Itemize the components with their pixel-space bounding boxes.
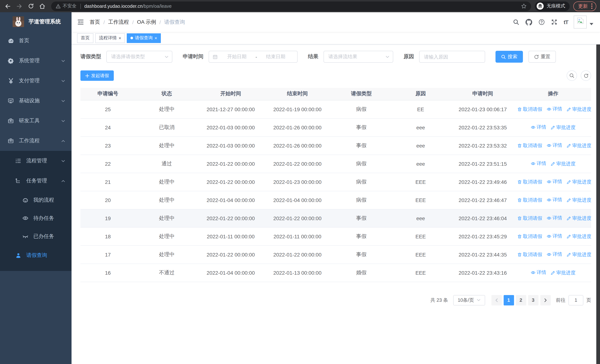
sidebar-item-label: 我的流程	[33, 197, 54, 203]
bookmark-star-icon[interactable]	[521, 3, 527, 9]
sidebar-item-process-mgmt[interactable]: 流程管理	[0, 151, 72, 171]
browser-home-icon[interactable]	[38, 1, 47, 11]
cancel-leave-link[interactable]: 取消请假	[517, 179, 542, 185]
cancel-leave-link[interactable]: 取消请假	[517, 106, 542, 113]
breadcrumb-item[interactable]: 工作流程	[108, 19, 129, 25]
create-leave-button[interactable]: 发起请假	[80, 70, 114, 81]
refresh-table-button[interactable]	[581, 70, 591, 81]
cancel-leave-link[interactable]: 取消请假	[517, 142, 542, 149]
detail-link[interactable]: 详情	[531, 269, 546, 276]
table-row: 20处理中2022-01-04 00:00:002022-01-04 00:00…	[80, 191, 591, 209]
detail-link[interactable]: 详情	[547, 178, 562, 185]
cell-start: 2022-01-04 00:00:00	[198, 263, 263, 282]
next-page-button[interactable]	[540, 295, 551, 305]
browser-forward-icon[interactable]	[14, 1, 24, 11]
sidebar-item-leave-query[interactable]: 请假查询	[0, 245, 72, 265]
cancel-leave-link[interactable]: 取消请假	[517, 215, 542, 222]
cancel-leave-link-label: 取消请假	[523, 233, 542, 240]
browser-update-menu[interactable]: 更新	[573, 1, 596, 11]
approval-progress-link-label: 审批进度	[572, 106, 591, 113]
table-row: 21处理中2022-01-22 00:00:002022-01-23 00:00…	[80, 173, 591, 191]
close-icon[interactable]: ×	[155, 36, 157, 40]
font-size-icon[interactable]: tT	[564, 19, 568, 25]
browser-reload-icon[interactable]	[26, 1, 36, 11]
sidebar-item-todo-tasks[interactable]: 待办任务	[0, 209, 72, 227]
toggle-search-button[interactable]	[567, 70, 577, 81]
page-button-2[interactable]: 2	[516, 295, 526, 305]
goto-page-input[interactable]	[569, 295, 583, 305]
eye-open-icon	[22, 215, 28, 221]
cancel-leave-link[interactable]: 取消请假	[517, 251, 542, 258]
approval-progress-link[interactable]: 审批进度	[567, 251, 591, 258]
sidebar-item-done-tasks[interactable]: 已办任务	[0, 227, 72, 245]
tab-home[interactable]: 首页	[77, 33, 94, 43]
tab-leave-query[interactable]: 请假查询×	[127, 33, 161, 43]
search-button[interactable]: 搜索	[496, 51, 523, 63]
approval-progress-link[interactable]: 审批进度	[567, 233, 591, 240]
sidebar-item-workflow[interactable]: 工作流程	[0, 131, 72, 151]
window-scrollbar[interactable]	[596, 12, 600, 364]
address-bar[interactable]: 不安全 dashboard.yudao.iocoder.cn/bpm/oa/le…	[51, 1, 531, 11]
sidebar-item-infra[interactable]: 基础设施	[0, 91, 72, 111]
github-icon[interactable]	[525, 19, 532, 25]
search-icon[interactable]	[513, 19, 519, 25]
detail-link[interactable]: 详情	[547, 233, 562, 240]
cell-actions: 取消请假详情审批进度	[515, 209, 591, 227]
cell-actions: 取消请假详情审批进度	[515, 245, 591, 263]
cell-actions: 取消请假详情审批进度	[515, 100, 591, 118]
cancel-leave-link-label: 取消请假	[523, 106, 542, 113]
detail-link[interactable]: 详情	[547, 106, 562, 112]
chevron-down-icon[interactable]	[590, 23, 593, 25]
apply-time-range-picker[interactable]: 开始日期 - 结束日期	[209, 51, 298, 63]
close-icon[interactable]: ×	[119, 36, 121, 40]
reason-input[interactable]	[419, 51, 485, 63]
page-size-select[interactable]: 10条/页	[453, 295, 485, 305]
approval-progress-link[interactable]: 审批进度	[567, 142, 591, 149]
approval-progress-link[interactable]: 审批进度	[567, 179, 591, 185]
eye-icon	[547, 234, 552, 239]
insecure-label[interactable]: 不安全	[63, 3, 76, 9]
approval-progress-link[interactable]: 审批进度	[551, 270, 576, 276]
detail-link[interactable]: 详情	[531, 124, 546, 131]
approval-progress-link[interactable]: 审批进度	[567, 215, 591, 222]
detail-link[interactable]: 详情	[547, 215, 562, 222]
result-select[interactable]: 请选择流结果	[324, 51, 393, 63]
approval-progress-link[interactable]: 审批进度	[567, 106, 591, 113]
sidebar-item-task-mgmt[interactable]: 任务管理	[0, 171, 72, 191]
breadcrumb-item[interactable]: OA 示例	[137, 19, 156, 25]
tab-process-detail[interactable]: 流程详情×	[95, 33, 125, 43]
browser-back-icon[interactable]	[3, 1, 13, 11]
detail-link[interactable]: 详情	[547, 251, 562, 258]
cell-id: 19	[80, 209, 135, 227]
page-button-3[interactable]: 3	[528, 295, 538, 305]
update-label[interactable]: 更新	[578, 3, 588, 9]
navbar: 首页/工作流程/OA 示例/请假查询 tT	[72, 12, 600, 32]
flow-node-icon	[15, 178, 21, 184]
detail-link[interactable]: 详情	[531, 160, 546, 167]
fullscreen-icon[interactable]	[551, 19, 557, 25]
cancel-leave-link[interactable]: 取消请假	[517, 197, 542, 204]
approval-progress-link[interactable]: 审批进度	[551, 160, 576, 167]
sidebar-item-label: 支付管理	[19, 77, 40, 84]
sidebar-item-system[interactable]: 系统管理	[0, 51, 72, 71]
reset-button[interactable]: 重置	[528, 51, 556, 63]
avatar[interactable]	[574, 16, 587, 28]
prev-page-button[interactable]	[491, 295, 502, 305]
breadcrumb-item[interactable]: 首页	[90, 19, 100, 25]
approval-progress-link[interactable]: 审批进度	[551, 124, 576, 131]
browser-menu-icon[interactable]	[591, 3, 593, 9]
page-button-1[interactable]: 1	[504, 295, 514, 305]
help-icon[interactable]	[538, 19, 545, 25]
sidebar-item-my-process[interactable]: 我的流程	[0, 191, 72, 209]
chevron-down-icon	[61, 79, 65, 83]
workflow-case-icon	[7, 138, 14, 144]
cancel-leave-link[interactable]: 取消请假	[517, 233, 542, 240]
approval-progress-link[interactable]: 审批进度	[567, 197, 591, 204]
sidebar-item-devtools[interactable]: 研发工具	[0, 111, 72, 131]
leave-type-select[interactable]: 请选择请假类型	[106, 51, 172, 63]
sidebar-item-home[interactable]: 首页	[0, 31, 72, 51]
collapse-sidebar-icon[interactable]	[77, 19, 84, 26]
sidebar-item-payment[interactable]: 支付管理	[0, 71, 72, 91]
detail-link[interactable]: 详情	[547, 142, 562, 149]
detail-link[interactable]: 详情	[547, 197, 562, 203]
